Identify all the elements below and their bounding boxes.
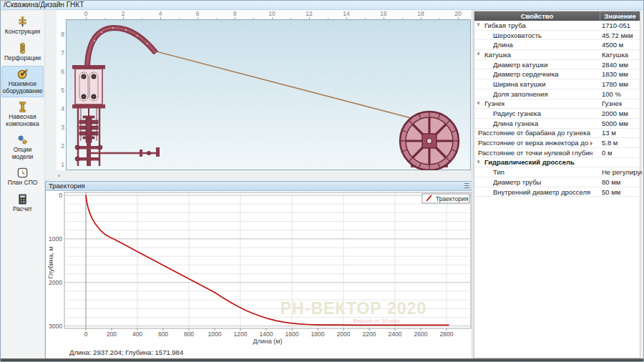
property-label: Внутренний диаметр дросселя — [493, 188, 590, 196]
sidebar-item-label: План СПО — [8, 180, 38, 187]
equipment-drawing[interactable] — [66, 19, 471, 170]
property-value[interactable]: 5.8 м — [602, 139, 618, 147]
property-label: Доля заполнения — [493, 90, 548, 98]
trajectory-panel: Траектория ☰ РН-ВЕКТОР 2020 Версия от 30… — [45, 181, 472, 359]
property-row[interactable]: ∨Гидравлический дроссель — [474, 158, 640, 168]
property-row[interactable]: Доля заполнения100 % — [474, 89, 640, 99]
property-value[interactable]: 4500 м — [602, 41, 623, 49]
property-value[interactable]: 2000 мм — [602, 109, 628, 117]
sidebar-item-3[interactable]: Наземное оборудование — [1, 66, 44, 97]
property-value[interactable]: 0 м — [602, 149, 612, 157]
property-row[interactable]: Внутренний диаметр дросселя50 мм — [474, 187, 640, 197]
ruler-label: 2 — [61, 142, 64, 150]
model-options-icon — [16, 134, 29, 146]
property-value[interactable]: 5000 мм — [602, 119, 628, 127]
property-row[interactable]: Длина4500 м — [474, 40, 640, 50]
svg-text:2600: 2600 — [414, 331, 428, 338]
property-value[interactable]: 100 % — [602, 90, 621, 98]
sidebar-item-5[interactable]: Опции модели — [1, 132, 44, 163]
property-row[interactable]: Шероховатость45.72 мкм — [474, 31, 640, 41]
property-row[interactable]: ТипНе регулируемый (в... — [474, 167, 640, 177]
y-axis-title: Глубина, м — [47, 246, 54, 279]
svg-text:1800: 1800 — [311, 331, 325, 338]
surface-equipment-viewport[interactable]: 02468101214161820 87654321 — [57, 10, 472, 170]
chevron-down-icon[interactable]: ∨ — [477, 100, 480, 106]
property-value[interactable]: 13 м — [602, 129, 616, 137]
ruler-label: 7 — [61, 49, 64, 57]
property-row[interactable]: Длина гузнека5000 мм — [474, 119, 640, 129]
property-label: Расстояние от точки нулевой глубины ГТ .… — [478, 149, 592, 157]
sidebar-item-1[interactable]: Конструкция — [1, 14, 44, 39]
trajectory-panel-title: Траектория — [49, 182, 85, 190]
property-row[interactable]: ∨ГузнекГузнек — [474, 99, 640, 109]
property-label: Расстояние от барабана до гузнека — [478, 129, 590, 137]
svg-text:2000: 2000 — [49, 279, 62, 286]
sidebar-item-2[interactable]: Перфорации — [1, 40, 44, 65]
property-value[interactable]: 2840 мм — [602, 61, 628, 69]
ruler-label: 16 — [380, 10, 386, 17]
ruler-label: 8 — [61, 31, 64, 38]
property-value[interactable]: Катушка — [602, 51, 628, 59]
ruler-label: 4 — [61, 105, 64, 112]
property-label: Гидравлический дроссель — [484, 158, 575, 166]
sidebar-item-label: Навесная компоновка — [3, 114, 42, 127]
property-value[interactable]: 1780 мм — [602, 80, 628, 88]
property-label: Гибкая труба — [484, 21, 526, 29]
sidebar-item-7[interactable]: Расчет — [1, 191, 44, 216]
svg-text:2800: 2800 — [440, 331, 454, 338]
sidebar: КонструкцияПерфорацииНаземное оборудован… — [1, 11, 45, 358]
property-label: Длина — [493, 41, 513, 49]
svg-text:400: 400 — [132, 331, 142, 338]
sidebar-item-6[interactable]: План СПО — [1, 165, 44, 190]
property-row[interactable]: Расстояние от верха инжектора до нулев..… — [474, 138, 640, 148]
svg-text:1000: 1000 — [49, 235, 62, 243]
chart-legend[interactable]: Траектория — [422, 194, 469, 203]
property-row[interactable]: Радиус гузнека2000 мм — [474, 109, 640, 119]
property-row[interactable]: Расстояние от барабана до гузнека13 м — [474, 129, 640, 139]
property-label: Расстояние от верха инжектора до нулев..… — [478, 139, 592, 147]
property-row[interactable]: Ширина катушки1780 мм — [474, 79, 640, 89]
svg-text:800: 800 — [184, 331, 194, 338]
column-header-property[interactable]: Свойство — [474, 11, 600, 21]
window-bottom-border — [1, 358, 643, 361]
property-row[interactable]: Диаметр катушки2840 мм — [474, 60, 640, 70]
property-value[interactable]: 1710-051 — [602, 21, 630, 29]
property-row[interactable]: Диаметр трубы80 мм — [474, 177, 640, 187]
property-label: Ширина катушки — [493, 80, 546, 88]
column-header-value[interactable]: Значение — [600, 11, 640, 21]
chevron-down-icon[interactable]: ∨ — [477, 21, 480, 27]
ruler-label: 6 — [61, 68, 64, 75]
app-window: /Скважина/Дизайн ГНКТ КонструкцияПерфора… — [0, 0, 644, 362]
property-label: Тип — [493, 168, 504, 176]
property-value[interactable]: 1830 мм — [602, 70, 628, 78]
trajectory-chart-area: РН-ВЕКТОР 2020 Версия от 30 мая 02004006… — [46, 191, 472, 358]
coiled-tubing-reel — [400, 112, 459, 170]
property-value[interactable]: 45.72 мкм — [602, 31, 633, 39]
sidebar-item-4[interactable]: Навесная компоновка — [1, 99, 44, 130]
svg-text:0: 0 — [84, 331, 88, 338]
property-label: Диаметр катушки — [493, 61, 548, 69]
property-label: Радиус гузнека — [493, 109, 541, 117]
watermark-subtext: Версия от 30 мая — [353, 318, 400, 324]
property-row[interactable]: Расстояние от точки нулевой глубины ГТ .… — [474, 148, 640, 158]
chevron-down-icon[interactable]: ∨ — [477, 51, 480, 57]
property-value[interactable]: Не регулируемый (в... — [602, 168, 642, 176]
ruler-label: 20 — [454, 10, 461, 17]
property-value[interactable]: Гузнек — [602, 99, 622, 107]
resize-dot — [58, 175, 60, 177]
property-row[interactable]: ∨КатушкаКатушка — [474, 50, 640, 60]
svg-text:2200: 2200 — [363, 331, 376, 338]
x-axis-title: Длина (м) — [253, 338, 282, 345]
property-row[interactable]: Диаметр сердечника1830 мм — [474, 69, 640, 79]
ruler-label: 2 — [122, 10, 125, 17]
property-value[interactable]: 50 мм — [602, 188, 620, 196]
vertical-ruler: 87654321 — [57, 19, 66, 170]
svg-text:2000: 2000 — [337, 331, 351, 338]
property-row[interactable]: ∨Гибкая труба1710-051 — [474, 21, 640, 31]
cursor-readout: Длина: 2937.204; Глубина: 1571.984 — [69, 348, 183, 356]
property-label: Диаметр сердечника — [493, 70, 559, 78]
property-value[interactable]: 80 мм — [602, 178, 620, 186]
chevron-down-icon[interactable]: ∨ — [477, 159, 480, 165]
trajectory-chart[interactable]: РН-ВЕКТОР 2020 Версия от 30 мая 02004006… — [46, 191, 472, 348]
panel-menu-icon[interactable]: ☰ — [464, 182, 469, 190]
